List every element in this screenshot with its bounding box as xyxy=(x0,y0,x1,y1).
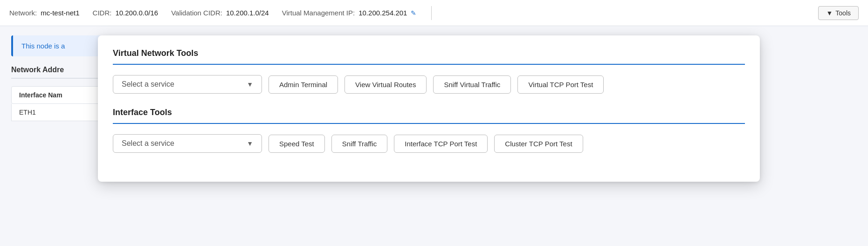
cidr-label: CIDR: xyxy=(93,9,112,17)
virtual-tcp-port-test-button[interactable]: Virtual TCP Port Test xyxy=(517,75,604,94)
edit-icon[interactable]: ✎ xyxy=(411,9,416,17)
top-bar: Network: mc-test-net1 CIDR: 10.200.0.0/1… xyxy=(0,0,868,26)
speed-test-button[interactable]: Speed Test xyxy=(269,135,325,153)
vertical-divider xyxy=(431,6,432,20)
validation-cidr-item: Validation CIDR: 10.200.1.0/24 xyxy=(171,9,269,17)
virtual-network-tools-title: Virtual Network Tools xyxy=(113,48,745,58)
virtual-network-tools-row: Select a service ▼ Admin Terminal View V… xyxy=(113,75,745,94)
virtual-network-service-select[interactable]: Select a service ▼ xyxy=(113,75,262,94)
interface-select-placeholder: Select a service xyxy=(122,139,174,148)
chevron-down-icon: ▼ xyxy=(247,81,253,88)
cidr-item: CIDR: 10.200.0.0/16 xyxy=(93,9,158,17)
virtual-network-tools-modal: Virtual Network Tools Select a service ▼… xyxy=(98,35,760,182)
interface-tools-section: Interface Tools Select a service ▼ Speed… xyxy=(113,108,745,153)
chevron-down-icon: ▼ xyxy=(247,140,253,147)
tools-button-label: Tools xyxy=(835,9,851,17)
interface-tools-divider xyxy=(113,123,745,124)
interface-tools-title: Interface Tools xyxy=(113,108,745,117)
virtual-mgmt-ip-value: 10.200.254.201 xyxy=(358,9,407,17)
admin-terminal-button[interactable]: Admin Terminal xyxy=(269,75,338,94)
interface-service-select[interactable]: Select a service ▼ xyxy=(113,134,262,153)
network-item: Network: mc-test-net1 xyxy=(9,9,80,17)
tools-button[interactable]: ▼ Tools xyxy=(818,6,859,20)
network-label: Network: xyxy=(9,9,37,17)
sniff-traffic-button[interactable]: Sniff Traffic xyxy=(331,135,387,153)
sniff-virtual-traffic-button[interactable]: Sniff Virtual Traffic xyxy=(433,75,511,94)
validation-cidr-value: 10.200.1.0/24 xyxy=(226,9,269,17)
virtual-network-select-placeholder: Select a service xyxy=(122,80,174,89)
cidr-value: 10.200.0.0/16 xyxy=(115,9,158,17)
view-virtual-routes-button[interactable]: View Virtual Routes xyxy=(344,75,427,94)
cluster-tcp-port-test-button[interactable]: Cluster TCP Port Test xyxy=(494,135,583,153)
virtual-mgmt-ip-item: Virtual Management IP: 10.200.254.201 ✎ xyxy=(282,9,417,17)
interface-tools-row: Select a service ▼ Speed Test Sniff Traf… xyxy=(113,134,745,153)
validation-cidr-label: Validation CIDR: xyxy=(171,9,222,17)
network-value: mc-test-net1 xyxy=(41,9,79,17)
virtual-network-tools-section: Virtual Network Tools Select a service ▼… xyxy=(113,48,745,94)
virtual-mgmt-ip-label: Virtual Management IP: xyxy=(282,9,355,17)
chevron-down-icon: ▼ xyxy=(826,9,833,17)
main-area: This node is a Network Addre Interface N… xyxy=(0,26,868,246)
virtual-network-divider xyxy=(113,64,745,65)
interface-tcp-port-test-button[interactable]: Interface TCP Port Test xyxy=(394,135,488,153)
node-alert-text: This node is a xyxy=(21,42,65,50)
